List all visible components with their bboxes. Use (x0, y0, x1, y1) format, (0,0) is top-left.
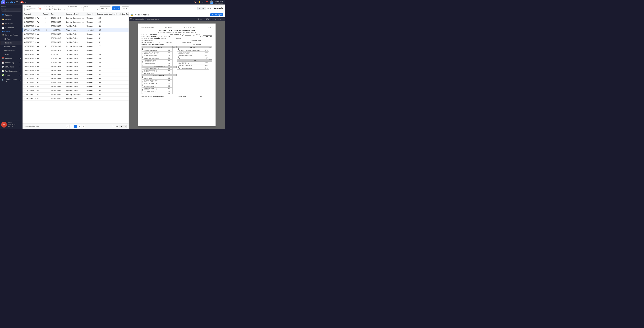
table-row[interactable]: 11/15/2023 01:01 PM 2 12066735892 Referr… (22, 93, 128, 97)
table-row[interactable]: 09/01/2023 01:14 PM 1 12066735892 Referr… (22, 20, 128, 24)
sidebar-item-patients[interactable]: 👤 Patients (0, 13, 22, 17)
help-icon[interactable]: ❓ (206, 1, 208, 4)
doctype-select[interactable]: Physician Orders, Refe... (43, 7, 66, 11)
sms-icon: 💬 (2, 66, 4, 68)
table-row[interactable]: 11/02/2023 04:12 PM 2 12066735892 Physic… (22, 77, 128, 81)
sidebar-item-spam[interactable]: Spam (0, 53, 22, 56)
th-status[interactable]: Status ⇅ (85, 12, 96, 16)
th-days[interactable]: Days on List ⇅ (96, 12, 104, 16)
sidebar-item-pre-registration[interactable]: 📝 Pre-Registration ▶ (0, 69, 22, 73)
cpt-orbits: 70543 (167, 53, 172, 55)
rotate-icon[interactable]: ↺ (215, 18, 216, 20)
sort-pages-button[interactable]: ⇅ Sort Pages (210, 13, 223, 16)
sidebar-item-sms-chats[interactable]: 💬 SMS Chats ▶ (0, 65, 22, 69)
table-row[interactable]: 11/26/2023 01:25 PM 2 12066735892 Physic… (22, 97, 128, 101)
more-options-icon[interactable]: ⋮ (222, 18, 224, 20)
fit-page-icon[interactable]: ⊡ (213, 18, 214, 20)
app-logo: A (1, 0, 5, 4)
table-row[interactable]: 10/18/2023 07:56 AM 1 13125489942 Physic… (22, 56, 128, 60)
status-dropdown-icon[interactable]: ▼ (96, 8, 98, 10)
table-row[interactable]: 10/05/2023 08:47 AM 12 13125489942 Refer… (22, 44, 128, 48)
zoom-out-icon[interactable]: − (203, 18, 204, 20)
sidebar-item-all-faxes[interactable]: All Faxes (0, 37, 22, 41)
preauth-n: N (160, 42, 160, 43)
th-sorting[interactable]: Sorting User ⇅ (118, 12, 130, 16)
last-page-button[interactable]: » (82, 125, 85, 128)
sidebar-item-authorizations[interactable]: Authorizations (0, 49, 22, 53)
top-bar-right: 🔖 🔔 ⊙ ❓ MS Mary Smith abbadox.dem (194, 1, 224, 4)
th-modified[interactable]: Last Modified ⇅ (104, 12, 118, 16)
table-row[interactable]: 09/20/2023 09:05 AM 1 12066735892 Physic… (22, 32, 128, 36)
preview-toolbar: ☰ 77a2cfc4-954d-4749-a963-2693b4cc8... 1… (129, 18, 225, 21)
toolbar-menu-icon[interactable]: ☰ (130, 18, 132, 20)
add-filters-button[interactable]: Add Filters (100, 7, 111, 10)
clear-button[interactable]: Clear (122, 7, 129, 10)
sidebar-item-tasks[interactable]: ✅ Tasks ▶ (0, 73, 22, 77)
pane-view-button[interactable]: ⊞ Pane (198, 7, 206, 10)
sidebar-item-birads[interactable]: 🔍 BIRADs Follow-Up ▶ (0, 77, 22, 83)
company-logo-text: M (4, 124, 5, 125)
notification-badge[interactable]: 48 (20, 1, 24, 3)
sidebar-item-documents[interactable]: 📄 Documents (0, 26, 22, 30)
search-button[interactable]: Search (112, 7, 120, 10)
table-row[interactable]: 09/19/2023 08:57 AM 1 12066735892 Physic… (22, 28, 128, 32)
circle-icon[interactable]: ⊙ (202, 1, 204, 4)
bell-icon[interactable]: 🔔 (198, 1, 201, 4)
list-view-button[interactable]: ≡ List (206, 7, 212, 10)
zoom-in-icon[interactable]: + (211, 18, 212, 20)
sidebar-item-scheduling[interactable]: 📆 Scheduling ▶ (0, 61, 22, 65)
search-input[interactable] (1, 8, 21, 12)
calendar-icon[interactable]: 📅 (39, 8, 42, 10)
menu-icon[interactable]: ☰ (16, 1, 18, 4)
table-row[interactable]: 11/03/2023 08:58 AM 2 12066735892 Physic… (22, 85, 128, 89)
table-row[interactable]: 10/18/2023 09:35 AM 1 12066735892 Physic… (22, 73, 128, 77)
next-page-button[interactable]: › (78, 125, 81, 128)
row-elbow: ELBOW Without Contrast L R (142, 70, 167, 71)
th-status-label: Status (86, 13, 92, 15)
table-row[interactable]: 10/18/2023 09:34 AM 1 12066735892 Physic… (22, 69, 128, 73)
other-workflows-section: 📅 Pending ▶ 📆 Scheduling ▶ 💬 SMS Chats ▶… (0, 56, 22, 83)
th-received[interactable]: Received ⇅ (22, 12, 42, 16)
received-date-input[interactable] (24, 7, 39, 11)
sidebar-item-referrings[interactable]: 📋 Referrings (0, 22, 22, 26)
content-area: Received 📅 Document Type Physician Order… (22, 5, 225, 129)
table-row[interactable]: 11/06/2023 09:23 AM 2 12066735892 Physic… (22, 89, 128, 93)
payers-icon: 💳 (2, 18, 4, 21)
download-icon[interactable]: ⬇ (218, 18, 219, 20)
insurance-label: Insurance (142, 38, 147, 40)
first-page-button[interactable]: « (66, 125, 70, 128)
table-row[interactable]: 10/11/2023 09:42 AM 1 12066735892 Physic… (22, 48, 128, 52)
print-icon[interactable]: 🖨 (220, 18, 221, 20)
table-row[interactable]: 09/20/2023 09:05 AM 1 13125489942 Physic… (22, 36, 128, 40)
per-page-select[interactable]: 50 25 100 (119, 125, 126, 128)
table-row[interactable]: 10/18/2023 09:34 AM 1 12066735892 Physic… (22, 64, 128, 69)
td-days: 49 (96, 81, 104, 84)
table-row[interactable]: 09/14/2023 08:33 AM 1 12066735892 Physic… (22, 24, 128, 28)
bookmark-icon[interactable]: 🔖 (194, 1, 196, 4)
td-modified (104, 17, 118, 19)
table-row[interactable]: 11/02/2023 04:12 PM 2 13125489942 Physic… (22, 81, 128, 85)
td-sorting (118, 33, 128, 35)
sidebar-item-incoming-faxes[interactable]: 📠 Incoming Faxes ▲ (0, 33, 22, 37)
sidebar-item-referrals[interactable]: Referrals (0, 41, 22, 45)
cpt-pelvis-with: 72196 (167, 78, 172, 80)
table-row[interactable]: 09/20/2023 11:53 AM 1 12066735892 Physic… (22, 40, 128, 44)
address-label: Patient Address (142, 36, 150, 38)
th-fax[interactable]: Fax ⇅ (50, 12, 64, 16)
user-avatar[interactable]: MS (210, 1, 214, 4)
th-pages[interactable]: Pages ⇅ (42, 12, 50, 16)
td-modified (104, 98, 118, 99)
table-row[interactable]: 09/01/2023 01:13 PM 1 13125489942 Referr… (22, 16, 128, 20)
policy-label: Policy # (162, 38, 166, 40)
table-row[interactable]: 10/18/2023 07:57 AM 1 13125489942 Physic… (22, 60, 128, 64)
th-doctype[interactable]: Document Type ⇅ (64, 12, 85, 16)
table-row[interactable]: 10/18/2023 07:52 AM 1 13567398... Physic… (22, 52, 128, 56)
sidebar-item-payers[interactable]: 💳 Payers (0, 17, 22, 22)
prev-page-button[interactable]: ‹ (70, 125, 73, 128)
page-1-button[interactable]: 1 (74, 125, 77, 128)
sender-fax-input[interactable] (68, 7, 82, 11)
sidebar-item-medical-records[interactable]: Medical Records (0, 45, 22, 49)
td-status: Unsorted (85, 17, 96, 20)
sidebar-item-pending[interactable]: 📅 Pending ▶ (0, 56, 22, 61)
status-input[interactable] (83, 7, 96, 11)
